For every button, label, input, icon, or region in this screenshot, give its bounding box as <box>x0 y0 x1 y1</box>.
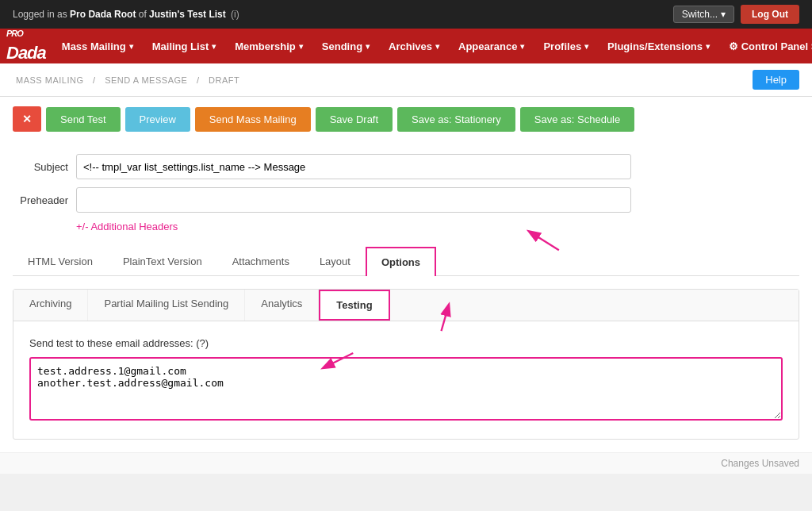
status-bar: Changes Unsaved <box>0 452 812 474</box>
tab-attachments[interactable]: Attachments <box>217 247 304 276</box>
nav-item-plugins[interactable]: Plugins/Extensions ▾ <box>598 29 719 63</box>
save-stationery-button[interactable]: Save as: Stationery <box>397 107 515 132</box>
nav-item-archives[interactable]: Archives ▾ <box>379 29 449 63</box>
save-schedule-button[interactable]: Save as: Schedule <box>520 107 634 132</box>
tab-partial-mailing[interactable]: Partial Mailing List Sending <box>88 290 245 321</box>
outer-tabs: HTML Version PlainText Version Attachmen… <box>0 247 812 276</box>
breadcrumb-bar: MASS MAILING / SEND A MESSAGE / DRAFT He… <box>0 63 812 97</box>
subject-input[interactable] <box>76 154 631 179</box>
chevron-down-icon: ▾ <box>129 42 133 51</box>
preview-button[interactable]: Preview <box>125 107 190 132</box>
tab-options[interactable]: Options <box>366 247 436 276</box>
list-info-link[interactable]: (i) <box>231 9 239 20</box>
preheader-input[interactable] <box>76 187 631 213</box>
tab-layout[interactable]: Layout <box>304 247 366 276</box>
help-button[interactable]: Help <box>753 70 799 90</box>
tab-analytics[interactable]: Analytics <box>245 290 319 321</box>
main-panel: Archiving Partial Mailing List Sending A… <box>0 276 812 452</box>
subject-label: Subject <box>13 161 68 173</box>
chevron-down-icon: ▾ <box>584 42 588 51</box>
nav-item-appearance[interactable]: Appearance ▾ <box>449 29 534 63</box>
save-draft-button[interactable]: Save Draft <box>316 107 393 132</box>
preheader-row: Preheader <box>13 187 799 213</box>
logout-button[interactable]: Log Out <box>741 5 799 24</box>
tabs-row: HTML Version PlainText Version Attachmen… <box>13 247 799 276</box>
top-bar: Logged in as Pro Dada Root of Justin's T… <box>0 0 812 29</box>
chevron-down-icon: ▾ <box>706 42 710 51</box>
breadcrumb: MASS MAILING / SEND A MESSAGE / DRAFT <box>13 75 243 85</box>
preheader-label: Preheader <box>13 194 68 206</box>
nav-bar: PRO Dada Mass Mailing ▾ Mailing List ▾ M… <box>0 29 812 63</box>
chevron-down-icon: ▾ <box>299 42 303 51</box>
additional-headers-link[interactable]: +/- Additional Headers <box>76 221 799 232</box>
tab-testing[interactable]: Testing <box>319 290 389 321</box>
inner-panel: Archiving Partial Mailing List Sending A… <box>13 289 799 440</box>
switch-arrow-icon: ▾ <box>721 9 726 20</box>
nav-item-mailing-list[interactable]: Mailing List ▾ <box>143 29 226 63</box>
logo: PRO Dada <box>6 29 46 63</box>
chevron-down-icon: ▾ <box>435 42 439 51</box>
chevron-down-icon: ▾ <box>520 42 524 51</box>
inner-tabs-row: Archiving Partial Mailing List Sending A… <box>13 290 799 321</box>
tab-archiving[interactable]: Archiving <box>13 290 88 321</box>
nav-item-profiles[interactable]: Profiles ▾ <box>534 29 598 63</box>
logged-in-text: Logged in as Pro Dada Root of Justin's T… <box>13 9 667 20</box>
nav-item-sending[interactable]: Sending ▾ <box>312 29 379 63</box>
form-area: Subject Preheader +/- Additional Headers <box>0 141 812 247</box>
nav-item-mass-mailing[interactable]: Mass Mailing ▾ <box>52 29 143 63</box>
nav-item-membership[interactable]: Membership ▾ <box>225 29 312 63</box>
panel-body: Send test to these email addresses: (?) <box>13 321 799 439</box>
subject-row: Subject <box>13 154 799 179</box>
chevron-down-icon: ▾ <box>366 42 370 51</box>
changes-status: Changes Unsaved <box>721 458 799 469</box>
send-test-label: Send test to these email addresses: (?) <box>29 337 783 349</box>
close-button[interactable]: ✕ <box>13 106 41 132</box>
tab-html-version[interactable]: HTML Version <box>13 247 108 276</box>
nav-item-control-panel[interactable]: ⚙ Control Panel Settings ▾ <box>719 29 812 63</box>
chevron-down-icon: ▾ <box>212 42 216 51</box>
switch-button[interactable]: Switch... ▾ <box>673 6 734 23</box>
tab-plaintext-version[interactable]: PlainText Version <box>108 247 217 276</box>
actions-bar: ✕ Send Test Preview Send Mass Mailing Sa… <box>0 97 812 141</box>
send-test-button[interactable]: Send Test <box>46 107 121 132</box>
email-addresses-textarea[interactable] <box>29 357 783 421</box>
send-mass-mailing-button[interactable]: Send Mass Mailing <box>195 107 311 132</box>
